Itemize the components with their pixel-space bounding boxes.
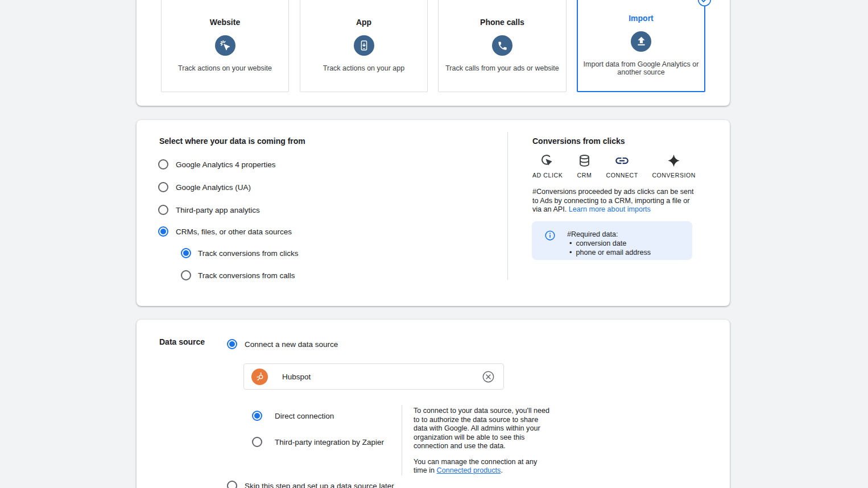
remove-source-button[interactable] xyxy=(482,370,495,383)
required-data-text: #Required data: conversion date phone or… xyxy=(567,230,651,260)
conversions-description: #Conversions proceeded by ads clicks can… xyxy=(532,188,696,214)
step-ad-click: AD CLICK xyxy=(532,153,563,179)
radio-circle[interactable] xyxy=(158,226,168,237)
divider xyxy=(402,405,402,475)
cursor-click-icon xyxy=(215,35,235,56)
divider xyxy=(507,132,508,280)
source-name: Hubspot xyxy=(282,373,311,381)
radio-circle[interactable] xyxy=(227,339,237,349)
type-card-app[interactable]: App Track actions on your app xyxy=(300,0,428,92)
radio-circle[interactable] xyxy=(158,205,168,215)
crm-database-icon xyxy=(577,153,592,168)
upload-icon xyxy=(631,31,651,52)
ad-click-icon xyxy=(540,153,555,168)
radio-circle[interactable] xyxy=(252,411,262,421)
radio-circle[interactable] xyxy=(227,481,237,488)
conversion-sparkle-icon xyxy=(666,153,681,168)
connection-help-text: To connect to your data source, you'll n… xyxy=(414,407,552,475)
radio-direct-connection[interactable]: Direct connection xyxy=(252,411,334,421)
card-title: Import xyxy=(629,14,654,23)
conversion-steps: AD CLICK CRM CONNECT CONV xyxy=(532,153,696,179)
check-circle-icon xyxy=(697,0,712,7)
type-card-phone-calls[interactable]: Phone calls Track calls from your ads or… xyxy=(438,0,567,92)
radio-circle[interactable] xyxy=(181,270,191,280)
data-source-section: Data source Connect a new data source xyxy=(137,320,730,488)
data-origin-section: Select where your data is coming from Go… xyxy=(137,120,730,306)
step-crm: CRM xyxy=(577,153,592,179)
radio-ga-ua[interactable]: Google Analytics (UA) xyxy=(158,182,251,192)
required-bullet: phone or email address xyxy=(567,248,651,257)
radio-circle[interactable] xyxy=(181,248,191,258)
card-description: Import data from Google Analytics or ano… xyxy=(583,60,699,77)
radio-circle[interactable] xyxy=(158,182,168,192)
connect-link-icon xyxy=(614,153,630,168)
radio-circle[interactable] xyxy=(252,437,262,447)
conversions-panel-title: Conversions from clicks xyxy=(532,137,625,146)
radio-crms-files[interactable]: CRMs, files, or other data sources xyxy=(158,226,292,237)
card-title: App xyxy=(356,18,371,27)
radio-track-clicks[interactable]: Track conversions from clicks xyxy=(181,248,299,258)
info-circle-icon xyxy=(544,230,556,241)
step-connect: CONNECT xyxy=(606,153,638,179)
card-description: Track calls from your ads or website xyxy=(445,64,559,72)
type-card-import[interactable]: Import Import data from Google Analytics… xyxy=(577,0,705,92)
required-data-title: #Required data: xyxy=(567,230,651,239)
type-card-website[interactable]: Website Track actions on your website xyxy=(161,0,289,92)
help-paragraph: To connect to your data source, you'll n… xyxy=(414,407,552,451)
learn-more-link[interactable]: Learn more about imports xyxy=(569,205,651,213)
radio-third-party-analytics[interactable]: Third-party app analytics xyxy=(158,205,260,215)
phone-handset-icon xyxy=(492,35,512,56)
required-data-info-box: #Required data: conversion date phone or… xyxy=(532,221,692,260)
data-origin-title: Select where your data is coming from xyxy=(159,137,305,146)
data-source-label: Data source xyxy=(159,337,205,346)
page: Website Track actions on your website Ap… xyxy=(0,0,868,488)
hubspot-logo xyxy=(251,369,268,385)
radio-track-calls[interactable]: Track conversions from calls xyxy=(181,270,295,280)
mobile-download-icon xyxy=(354,35,374,56)
radio-connect-new-source[interactable]: Connect a new data source xyxy=(227,339,338,349)
card-description: Track actions on your website xyxy=(178,64,272,72)
radio-skip-step[interactable]: Skip this step and set up a data source … xyxy=(227,481,394,488)
connected-products-link[interactable]: Connected products xyxy=(437,466,501,474)
required-bullet: conversion date xyxy=(567,239,651,248)
card-description: Track actions on your app xyxy=(323,64,404,72)
radio-ga4-properties[interactable]: Google Analytics 4 properties xyxy=(158,159,276,169)
selected-source-field: Hubspot xyxy=(243,363,504,390)
step-conversion: CONVERSION xyxy=(652,153,696,179)
radio-circle[interactable] xyxy=(158,159,168,169)
card-title: Website xyxy=(210,18,240,27)
radio-zapier-integration[interactable]: Third-party integration by Zapier xyxy=(252,437,384,447)
help-paragraph: You can manage the connection at any tim… xyxy=(414,458,552,475)
card-title: Phone calls xyxy=(480,18,524,27)
